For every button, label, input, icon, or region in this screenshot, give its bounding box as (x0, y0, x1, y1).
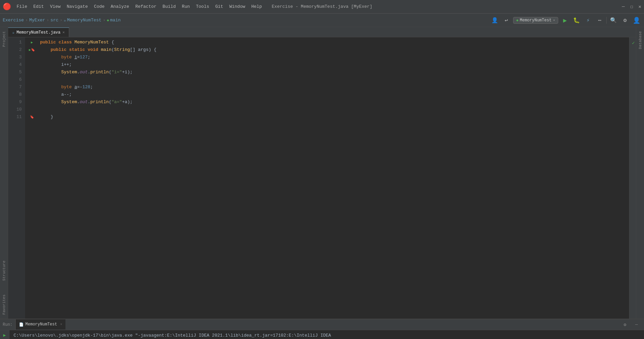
breadcrumb-myexer[interactable]: MyExer (29, 18, 45, 23)
search-button[interactable]: 🔍 (609, 16, 618, 25)
structure-tab[interactable]: Structure (1, 258, 7, 283)
editor-tabs: ☕ MemoryNumTest.java × (8, 27, 636, 37)
run-panel-settings[interactable]: ⚙ (620, 320, 630, 329)
close-button[interactable]: ✕ (639, 4, 641, 10)
line-numbers: 1 2 3 4 5 6 7 8 9 10 11 (8, 37, 25, 319)
database-tab[interactable]: Database (637, 29, 643, 52)
breadcrumb: Exercise › MyExer › src › ☕MemoryNumTest… (3, 18, 121, 23)
tab-label: MemoryNumTest.java (17, 30, 61, 35)
code-line-11: } (40, 113, 629, 121)
code-content[interactable]: public class MemoryNumTest { public stat… (39, 37, 629, 319)
project-tab[interactable]: Project (1, 29, 7, 50)
code-line-9: System.out.println("a="+a); (40, 98, 629, 106)
left-panel-tabs: Project Structure Favorites (0, 27, 8, 319)
breadcrumb-main[interactable]: ◆main (107, 18, 121, 23)
menu-view[interactable]: View (47, 3, 63, 10)
run-play-icon[interactable]: ▶ (1, 332, 8, 339)
bottom-panel: Run: 📄 MemoryNumTest × ⚙ — ▶ ⬇ ⟳ ☰ 🖶 📌 🗑 (0, 319, 644, 339)
breadcrumb-memorynumtest[interactable]: ☕MemoryNumTest (64, 18, 101, 23)
bookmark-indicator-11: 🔖 (30, 115, 34, 119)
window-controls: — ☐ ✕ (622, 4, 641, 10)
cmd-line-1: C:\Users\lenovo\.jdks\openjdk-17\bin\jav… (14, 332, 640, 339)
bottom-panel-header: Run: 📄 MemoryNumTest × ⚙ — (0, 319, 644, 330)
tab-close-button[interactable]: × (62, 31, 65, 35)
minimize-button[interactable]: — (622, 4, 625, 10)
breadcrumb-exercise[interactable]: Exercise (3, 18, 24, 23)
more-run-button[interactable]: ⋯ (595, 16, 604, 25)
run-button[interactable]: ▶ (560, 16, 570, 25)
account-button[interactable]: 👤 (632, 16, 641, 25)
settings-button[interactable]: ⚙ (620, 16, 630, 25)
window-title: Exercise - MemoryNumTest.java [MyExer] (272, 4, 372, 9)
code-line-6 (40, 76, 629, 83)
menu-run[interactable]: Run (179, 3, 192, 10)
code-line-7: byte a=-128; (40, 83, 629, 91)
bookmark-indicator-2: 🔖 (31, 48, 35, 52)
bottom-content: ▶ ⬇ ⟳ ☰ 🖶 📌 🗑 C:\Users\lenovo\.jdks\open… (0, 330, 644, 339)
run-config[interactable]: ◆ MemoryNumTest ▾ (513, 17, 558, 24)
code-line-10 (40, 106, 629, 113)
code-line-4: i++; (40, 61, 629, 69)
run-indicator-1: ▶ (31, 40, 33, 44)
menu-code[interactable]: Code (91, 3, 107, 10)
menu-navigate[interactable]: Navigate (64, 3, 91, 10)
code-line-3: byte i=127; (40, 54, 629, 61)
gutter: ▶ ▶ 🔖 🔖 (25, 37, 39, 319)
code-line-1: public class MemoryNumTest { (40, 39, 629, 46)
right-sidebar: ✓ (629, 37, 636, 319)
editor-area: ☕ MemoryNumTest.java × 1 2 3 4 5 6 7 8 9… (8, 27, 636, 319)
menu-edit[interactable]: Edit (31, 3, 46, 10)
run-panel-controls: ⚙ — (618, 319, 644, 330)
menu-tools[interactable]: Tools (193, 3, 212, 10)
terminal-output[interactable]: C:\Users\lenovo\.jdks\openjdk-17\bin\jav… (9, 330, 644, 339)
main-area: Project Structure Favorites ☕ MemoryNumT… (0, 27, 644, 319)
breadcrumb-src[interactable]: src (51, 18, 58, 23)
code-editor: 1 2 3 4 5 6 7 8 9 10 11 ▶ ▶ 🔖 (8, 37, 636, 319)
favorites-tab[interactable]: Favorites (1, 292, 7, 317)
run-panel-left-icons: ▶ ⬇ ⟳ ☰ 🖶 📌 🗑 (0, 330, 9, 339)
toolbar: Exercise › MyExer › src › ☕MemoryNumTest… (0, 14, 644, 27)
right-panel-tabs: Database (636, 27, 644, 319)
menu-window[interactable]: Window (227, 3, 248, 10)
run-tab-name: MemoryNumTest (25, 322, 57, 327)
menu-build[interactable]: Build (160, 3, 178, 10)
menu-refactor[interactable]: Refactor (133, 3, 159, 10)
editor-tab-memorynumtest[interactable]: ☕ MemoryNumTest.java × (8, 27, 69, 37)
code-line-2: public static void main(String[] args) { (40, 46, 629, 54)
run-panel-minimize[interactable]: — (632, 320, 641, 329)
menu-git[interactable]: Git (213, 3, 226, 10)
app-logo: 🔴 (3, 2, 11, 11)
menu-help[interactable]: Help (249, 3, 265, 10)
back-button[interactable]: ↩ (502, 16, 511, 25)
coverage-button[interactable]: ⚡ (583, 16, 593, 25)
debug-button[interactable]: 🐛 (572, 16, 581, 25)
menu-bar: File Edit View Navigate Code Analyze Ref… (14, 3, 265, 10)
run-label: Run: (0, 319, 16, 330)
menu-analyze[interactable]: Analyze (108, 3, 132, 10)
run-memorynumtest-tab[interactable]: 📄 MemoryNumTest × (16, 319, 66, 329)
menu-file[interactable]: File (14, 3, 30, 10)
title-bar: 🔴 File Edit View Navigate Code Analyze R… (0, 0, 644, 14)
code-line-5: System.out.println("i="+i); (40, 69, 629, 76)
checkmark-icon: ✓ (632, 40, 635, 46)
run-tab-close[interactable]: × (60, 323, 62, 326)
code-line-8: a--; (40, 91, 629, 98)
maximize-button[interactable]: ☐ (630, 4, 633, 10)
profile-button[interactable]: 👤 (490, 16, 500, 25)
